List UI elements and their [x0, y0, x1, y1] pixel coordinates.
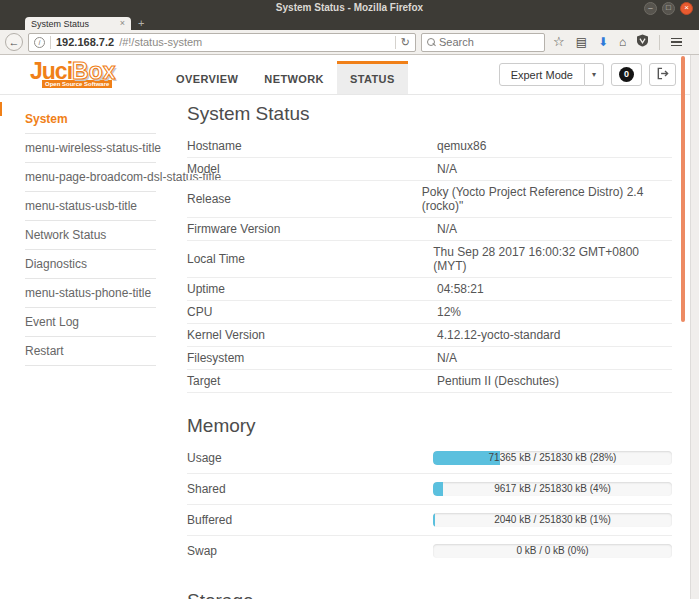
row-label: Usage — [187, 451, 433, 465]
url-bar[interactable]: i 192.168.7.2/#!/status-system ↻ — [28, 33, 416, 52]
chevron-down-icon: ▾ — [592, 70, 596, 79]
table-row: Shared 9617 kB / 251830 kB (4%) — [187, 474, 672, 505]
sidebar-item-event-log[interactable]: Event Log — [25, 308, 156, 337]
row-label: Swap — [187, 544, 433, 558]
search-bar[interactable] — [421, 33, 545, 52]
table-row: FilesystemN/A — [187, 347, 672, 370]
progress-text: 71365 kB / 251830 kB (28%) — [433, 451, 672, 465]
row-value: N/A — [437, 351, 457, 365]
row-label: Local Time — [187, 252, 433, 266]
row-label: Target — [187, 374, 437, 388]
home-icon[interactable]: ⌂ — [619, 35, 626, 49]
notifications-button[interactable]: 0 — [611, 63, 642, 86]
toolbar-separator — [659, 35, 660, 50]
window-title: System Status - Mozilla Firefox — [0, 2, 699, 13]
nav-tab-overview[interactable]: OVERVIEW — [163, 61, 251, 94]
mode-dropdown-button[interactable]: ▾ — [585, 63, 604, 86]
shield-icon[interactable] — [637, 34, 648, 50]
toolbar-icons: ☆ ▤ ⬇ ⌂ — [553, 34, 682, 50]
table-row: Local TimeThu Sep 28 2017 16:00:32 GMT+0… — [187, 241, 672, 278]
url-path: /#!/status-system — [119, 36, 202, 48]
search-icon — [427, 38, 435, 46]
new-tab-button[interactable]: + — [138, 17, 144, 30]
sidebar-item-wireless-status[interactable]: menu-wireless-status-title — [25, 134, 156, 163]
system-status-table: Hostnameqemux86 ModelN/A ReleasePoky (Yo… — [187, 135, 672, 393]
row-value: qemux86 — [437, 139, 486, 153]
firefox-window: System Status - Mozilla Firefox – □ × Sy… — [0, 0, 699, 599]
sidebar-item-phone-status[interactable]: menu-status-phone-title — [25, 279, 156, 308]
nav-tab-network[interactable]: NETWORK — [251, 61, 337, 94]
close-button[interactable]: × — [680, 2, 693, 15]
status-sidebar: System menu-wireless-status-title menu-p… — [25, 105, 156, 366]
maximize-button[interactable]: □ — [662, 2, 675, 15]
system-status-title: System Status — [187, 103, 672, 125]
menu-icon[interactable] — [671, 38, 682, 47]
sidebar-item-broadcom-dsl-status[interactable]: menu-page-broadcom-dsl-status-title — [25, 163, 156, 192]
row-label: Uptime — [187, 282, 437, 296]
sidebar-item-system[interactable]: System — [25, 105, 156, 134]
sidebar-item-restart[interactable]: Restart — [25, 337, 156, 366]
status-content: System Status Hostnameqemux86 ModelN/A R… — [187, 103, 672, 599]
logout-icon — [656, 67, 669, 82]
logout-button[interactable] — [649, 63, 676, 86]
row-label: Shared — [187, 482, 433, 496]
row-value: 04:58:21 — [437, 282, 484, 296]
row-value: 4.12.12-yocto-standard — [437, 328, 560, 342]
memory-usage-bar: 71365 kB / 251830 kB (28%) — [433, 451, 672, 465]
search-input[interactable] — [439, 36, 539, 48]
sidebar-item-diagnostics[interactable]: Diagnostics — [25, 250, 156, 279]
memory-shared-bar: 9617 kB / 251830 kB (4%) — [433, 482, 672, 496]
browser-tab[interactable]: System Status × — [25, 17, 131, 30]
tab-strip: System Status × + — [0, 17, 699, 30]
memory-buffered-bar: 2040 kB / 251830 kB (1%) — [433, 513, 672, 527]
site-info-icon[interactable]: i — [34, 37, 45, 48]
reload-icon[interactable]: ↻ — [401, 36, 410, 49]
expert-mode-button[interactable]: Expert Mode — [499, 63, 585, 86]
app-navbar: JuciBox Open Source Software OVERVIEW NE… — [0, 55, 699, 95]
row-label: Model — [187, 162, 437, 176]
tab-close-icon[interactable]: × — [120, 19, 125, 28]
table-row: Kernel Version4.12.12-yocto-standard — [187, 324, 672, 347]
row-value: Thu Sep 28 2017 16:00:32 GMT+0800 (MYT) — [433, 245, 672, 273]
storage-title: Storage — [187, 590, 672, 599]
table-row: Usage 71365 kB / 251830 kB (28%) — [187, 443, 672, 474]
navbar-controls: Expert Mode ▾ 0 — [499, 63, 676, 86]
table-row: ModelN/A — [187, 158, 672, 181]
row-label: Hostname — [187, 139, 437, 153]
nav-tab-status[interactable]: STATUS — [337, 61, 408, 94]
row-value: 12% — [437, 305, 461, 319]
main-nav: OVERVIEW NETWORK STATUS — [163, 61, 408, 94]
table-row: Uptime04:58:21 — [187, 278, 672, 301]
scrollbar-thumb[interactable] — [681, 56, 685, 322]
sidebar-item-network-status[interactable]: Network Status — [25, 221, 156, 250]
downloads-icon[interactable]: ⬇ — [598, 35, 608, 49]
memory-swap-bar: 0 kB / 0 kB (0%) — [433, 544, 672, 558]
row-value: Poky (Yocto Project Reference Distro) 2.… — [422, 185, 672, 213]
memory-title: Memory — [187, 415, 672, 437]
logo-tagline: Open Source Software — [42, 80, 112, 88]
back-button[interactable]: ← — [5, 33, 23, 51]
memory-section: Memory Usage 71365 kB / 251830 kB (28%) … — [187, 415, 672, 566]
row-label: Filesystem — [187, 351, 437, 365]
system-status-section: System Status Hostnameqemux86 ModelN/A R… — [187, 103, 672, 393]
progress-text: 0 kB / 0 kB (0%) — [433, 544, 672, 558]
row-label: Kernel Version — [187, 328, 437, 342]
url-host: 192.168.7.2 — [56, 36, 114, 48]
tab-title: System Status — [31, 19, 120, 29]
scrollbar-track[interactable] — [690, 55, 699, 599]
minimize-button[interactable]: – — [644, 2, 657, 15]
memory-table: Usage 71365 kB / 251830 kB (28%) Shared … — [187, 443, 672, 566]
bookmarks-menu-icon[interactable]: ▤ — [576, 35, 587, 49]
table-row: CPU12% — [187, 301, 672, 324]
table-row: Buffered 2040 kB / 251830 kB (1%) — [187, 505, 672, 536]
row-label: CPU — [187, 305, 437, 319]
window-titlebar: System Status - Mozilla Firefox – □ × — [0, 0, 699, 17]
jucibox-logo[interactable]: JuciBox Open Source Software — [30, 60, 115, 88]
left-edge-marker — [0, 102, 2, 116]
sidebar-item-usb-status[interactable]: menu-status-usb-title — [25, 192, 156, 221]
bookmark-star-icon[interactable]: ☆ — [553, 35, 565, 49]
row-value: N/A — [437, 162, 457, 176]
page-viewport: JuciBox Open Source Software OVERVIEW NE… — [0, 55, 699, 599]
row-value: N/A — [437, 222, 457, 236]
browser-toolbar: ← i 192.168.7.2/#!/status-system ↻ ☆ ▤ ⬇… — [0, 30, 699, 55]
